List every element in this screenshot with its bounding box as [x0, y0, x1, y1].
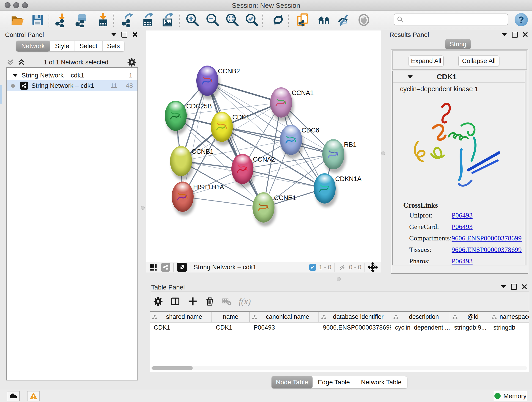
- fit-content-crosshair-icon[interactable]: [368, 262, 378, 272]
- help-button[interactable]: ?: [515, 13, 528, 26]
- crosslink-link[interactable]: P06493: [452, 223, 473, 230]
- table-cell[interactable]: CDK1: [150, 322, 212, 332]
- new-network-from-selection-button[interactable]: [295, 12, 312, 28]
- tree-expander-icon[interactable]: [12, 74, 18, 77]
- table-cell[interactable]: 9606.ENSP00000378699: [319, 322, 391, 332]
- crosslink-label: Uniprot:: [409, 211, 452, 219]
- node-CCNA1[interactable]: [270, 87, 292, 118]
- tab-style[interactable]: Style: [50, 41, 75, 51]
- tab-network[interactable]: Network: [16, 41, 50, 51]
- edge-CCNA2-CDKN1A[interactable]: [242, 169, 325, 188]
- collapse-all-icon[interactable]: [6, 59, 14, 66]
- refresh-button[interactable]: [270, 12, 286, 28]
- float-panel-icon[interactable]: [121, 32, 127, 38]
- column-header--id[interactable]: @id: [450, 312, 489, 322]
- node-CCNB2[interactable]: [196, 65, 218, 96]
- edge-HIST1H1A-CCNE1[interactable]: [183, 197, 264, 207]
- tab-string[interactable]: String: [445, 39, 471, 50]
- show-columns-icon[interactable]: [170, 296, 181, 307]
- zoom-selected-button[interactable]: [244, 12, 260, 28]
- tab-edge-table[interactable]: Edge Table: [312, 376, 355, 388]
- edge-CCNB2-CCNA1[interactable]: [207, 81, 281, 102]
- selected-checkbox-icon[interactable]: ✓: [309, 264, 316, 271]
- export-table-button[interactable]: [139, 12, 156, 28]
- crosslink-link[interactable]: P06493: [452, 257, 473, 265]
- network-canvas[interactable]: CCNB2CCNA1CDC25BCDK1CDC6RB1CCNB1CCNA2CDK…: [146, 31, 381, 262]
- table-cell[interactable]: CDK1: [212, 322, 250, 332]
- section-expander-icon[interactable]: [408, 75, 413, 78]
- column-header-description[interactable]: description: [391, 312, 450, 322]
- column-header-name[interactable]: name: [212, 312, 250, 322]
- memory-button[interactable]: Memory: [494, 391, 527, 401]
- node-CCNE1[interactable]: [253, 192, 274, 223]
- expand-all-button[interactable]: Expand All: [409, 56, 444, 66]
- crosslink-link[interactable]: 9606.ENSP00000378699: [452, 234, 522, 242]
- crosslink-link[interactable]: 9606.ENSP00000378699: [452, 246, 522, 254]
- vertical-splitter-handle[interactable]: [141, 206, 145, 210]
- zoom-fit-button[interactable]: [224, 12, 241, 28]
- save-session-button[interactable]: [29, 12, 46, 28]
- node-HIST1H1A[interactable]: [172, 182, 194, 212]
- column-header-database-identifier[interactable]: database identifier: [319, 312, 391, 322]
- import-network-file-button[interactable]: [53, 12, 70, 28]
- crosslink-link[interactable]: P06493: [452, 211, 473, 219]
- panel-menu-icon[interactable]: [111, 33, 116, 36]
- column-header-shared-name[interactable]: shared name: [150, 312, 212, 322]
- close-panel-icon[interactable]: [523, 32, 528, 37]
- node-CCNB1[interactable]: [170, 146, 192, 176]
- tab-select[interactable]: Select: [75, 41, 103, 51]
- export-image-button[interactable]: [159, 12, 176, 28]
- open-in-window-button[interactable]: [177, 263, 187, 272]
- horizontal-splitter-handle[interactable]: [337, 277, 341, 281]
- table-cell[interactable]: cyclin–dependent ...: [391, 322, 450, 332]
- table-cell[interactable]: P06493: [250, 322, 319, 332]
- hide-selected-button[interactable]: [336, 12, 352, 28]
- column-header-canonical-name[interactable]: canonical name: [250, 312, 319, 322]
- zoom-in-button[interactable]: [184, 12, 201, 28]
- zoom-out-button[interactable]: [204, 12, 221, 28]
- scrollbar-thumb[interactable]: [152, 366, 193, 370]
- edge-CCNB2-HIST1H1A[interactable]: [183, 81, 207, 197]
- table-hscrollbar[interactable]: [151, 366, 527, 370]
- add-column-icon[interactable]: [187, 296, 198, 307]
- warning-status-button[interactable]: [27, 391, 40, 401]
- collapse-all-button[interactable]: Collapse All: [458, 56, 500, 66]
- import-table-button[interactable]: [94, 12, 111, 28]
- float-panel-icon[interactable]: [512, 32, 518, 38]
- panel-menu-icon[interactable]: [502, 33, 507, 36]
- export-network-button[interactable]: [119, 12, 136, 28]
- import-network-database-button[interactable]: [73, 12, 90, 28]
- expand-all-icon[interactable]: [17, 59, 25, 66]
- network-options-gear-icon[interactable]: [127, 57, 137, 67]
- node-CDKN1A[interactable]: [314, 173, 336, 204]
- first-neighbors-button[interactable]: [316, 12, 332, 28]
- cloud-status-button[interactable]: [7, 391, 20, 401]
- close-panel-icon[interactable]: [133, 32, 138, 37]
- node-CDC6[interactable]: [280, 125, 302, 155]
- node-CCNA2[interactable]: [231, 154, 253, 184]
- float-panel-icon[interactable]: [511, 284, 517, 290]
- cdk1-section-header[interactable]: CDK1: [393, 71, 526, 83]
- search-input[interactable]: [405, 16, 508, 23]
- houses-icon: [317, 13, 331, 27]
- close-panel-icon[interactable]: [522, 284, 527, 289]
- delete-column-icon[interactable]: [205, 296, 215, 306]
- tab-sets[interactable]: Sets: [103, 41, 124, 51]
- birds-eye-view-icon[interactable]: [149, 263, 157, 271]
- panel-menu-icon[interactable]: [501, 285, 506, 288]
- table-options-gear-icon[interactable]: [153, 296, 163, 306]
- open-session-button[interactable]: [9, 12, 25, 28]
- show-all-button[interactable]: [355, 12, 372, 28]
- table-cell[interactable]: stringdb:9...: [450, 322, 489, 332]
- network-collection-row[interactable]: String Network – cdk1 1: [7, 70, 138, 80]
- results-scrollbar[interactable]: [525, 71, 527, 265]
- node-CDK1[interactable]: [211, 112, 233, 142]
- column-header-namespace[interactable]: namespace: [489, 312, 529, 322]
- table-cell[interactable]: stringdb: [489, 322, 529, 332]
- vertical-splitter-handle[interactable]: [381, 152, 385, 155]
- tab-node-table[interactable]: Node Table: [272, 376, 313, 389]
- tab-network-table[interactable]: Network Table: [355, 376, 407, 388]
- network-row-selected[interactable]: String Network – cdk1 11 48: [7, 80, 138, 91]
- node-CDC25B[interactable]: [165, 101, 187, 131]
- node-RB1[interactable]: [322, 139, 344, 169]
